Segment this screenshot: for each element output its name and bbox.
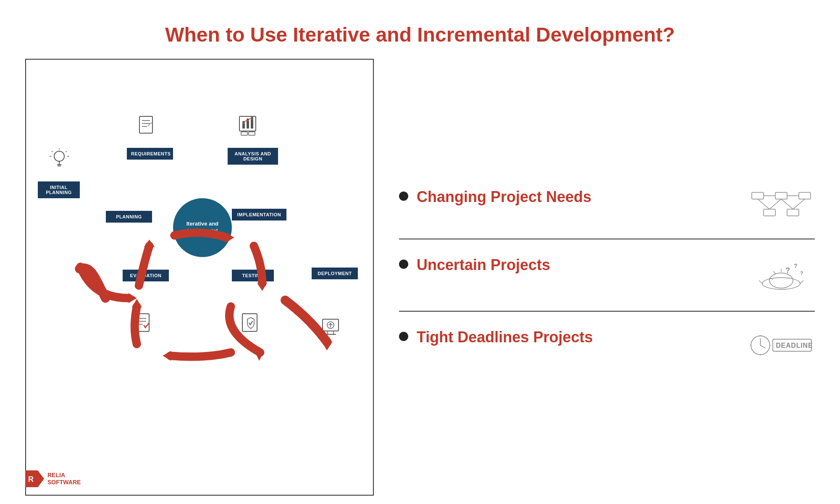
use-case-deadline: Tight Deadlines Projects DEADLINE [399,328,815,375]
svg-point-56 [762,278,800,289]
svg-rect-45 [752,192,764,199]
svg-rect-48 [764,209,775,216]
svg-text:?: ? [794,262,798,269]
network-diagram-icon [750,188,813,226]
use-case-title-uncertain: Uncertain Projects [417,256,739,274]
evaluation-icon [130,312,155,338]
use-case-title-deadline: Tight Deadlines Projects [417,328,739,346]
bullet-dot-deadline [399,332,408,341]
svg-line-59 [800,281,803,284]
node-analysis-design: ANALYSIS ANDDESIGN [228,148,278,165]
svg-line-55 [793,199,805,209]
testing-shield-icon [238,312,263,338]
question-circle-icon: ? ? ? [750,256,813,298]
bullet-dot-uncertain [399,260,408,269]
node-implementation: IMPLEMENTATION [232,209,286,220]
svg-rect-30 [242,314,257,331]
svg-line-54 [781,199,793,209]
svg-rect-26 [134,314,149,331]
deadline-icon-area: DEADLINE [748,328,815,362]
svg-text:?: ? [785,266,790,275]
svg-line-64 [773,271,776,274]
logo-icon: R [25,470,44,487]
svg-line-5 [52,151,53,152]
use-case-content-uncertain: Uncertain Projects [417,256,739,278]
use-case-content-changing: Changing Project Needs [417,188,739,210]
logo-text: RELIA SOFTWARE [47,472,81,486]
svg-rect-16 [242,123,245,129]
svg-rect-24 [241,132,247,135]
svg-marker-38 [144,239,155,247]
svg-text:?: ? [800,270,803,276]
svg-point-0 [54,151,64,161]
svg-line-53 [769,199,781,209]
node-initial-planning: INITIALPLANNING [38,181,80,198]
analysis-chart-icon [236,114,259,141]
svg-text:DEADLINE: DEADLINE [776,342,813,349]
node-deployment: DEPLOYMENT [312,268,358,279]
use-case-uncertain: Uncertain Projects ? ? ? [399,256,815,312]
svg-rect-17 [247,121,249,129]
lightbulb-icon [48,148,71,174]
logo: R RELIA SOFTWARE [25,470,81,487]
page-title: When to Use Iterative and Incremental De… [0,0,840,59]
svg-rect-25 [249,132,255,135]
svg-rect-9 [139,116,152,133]
use-case-content-deadline: Tight Deadlines Projects [417,328,739,350]
svg-marker-44 [132,299,142,307]
svg-rect-18 [251,119,253,129]
use-case-changing: Changing Project Needs [399,188,815,239]
use-case-title-changing: Changing Project Needs [417,188,739,206]
svg-line-58 [759,281,762,284]
svg-line-52 [758,199,769,209]
deployment-icon [319,316,344,342]
svg-marker-43 [163,351,171,361]
svg-point-57 [769,273,793,288]
svg-line-68 [760,345,765,348]
deadline-clock-icon: DEADLINE [748,328,815,362]
diagram-box: INITIALPLANNING PLANNING REQUIREMENTS AN… [25,59,374,496]
changing-icon-area [748,188,815,226]
svg-line-13 [148,123,151,126]
svg-marker-40 [257,283,267,291]
requirements-doc-icon [134,114,158,141]
svg-line-6 [66,151,67,152]
svg-rect-47 [799,192,811,199]
uncertain-icon-area: ? ? ? [748,256,815,298]
content-area: INITIALPLANNING PLANNING REQUIREMENTS AN… [0,59,840,496]
svg-rect-32 [328,331,333,334]
node-planning: PLANNING [106,211,152,223]
node-requirements: REQUIREMENTS [127,148,173,160]
svg-marker-42 [255,352,263,361]
logo-subtitle: SOFTWARE [47,479,81,486]
svg-text:R: R [28,475,34,483]
svg-rect-49 [787,209,799,216]
svg-marker-41 [322,341,333,350]
logo-company: RELIA [47,472,81,479]
svg-rect-46 [775,192,787,199]
right-panel: Changing Project Needs [399,59,815,496]
svg-marker-37 [129,293,137,303]
node-evaluation: EVALUATION [123,270,169,281]
node-testing: TESTING [232,270,274,281]
center-label: Iterative andIncremental [173,198,232,257]
bullet-dot-changing [399,192,408,201]
